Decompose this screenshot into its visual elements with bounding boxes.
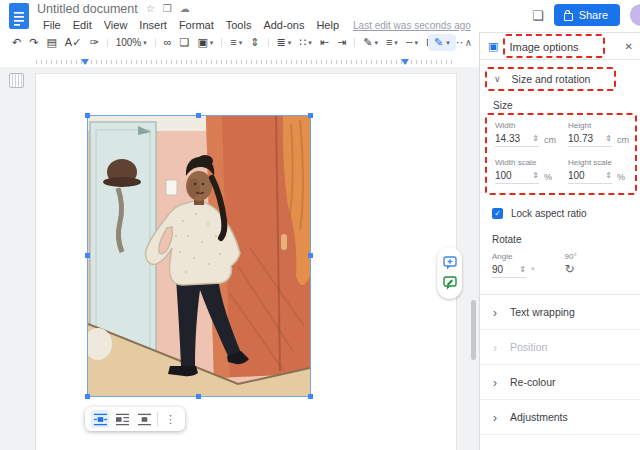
share-label: Share [579, 9, 608, 21]
editing-mode-button[interactable]: ✎ ▾ [428, 34, 456, 51]
stepper-icon[interactable]: ⇕ [605, 135, 612, 143]
section-size-and-rotation[interactable]: ∨ Size and rotation [485, 67, 616, 91]
selection-handle[interactable] [308, 394, 313, 399]
size-rotation-label: Size and rotation [512, 73, 591, 85]
width-scale-input[interactable]: 100 ⇕ [495, 170, 539, 184]
ruler[interactable] [0, 53, 478, 67]
insert-image-icon[interactable]: ▣ [193, 37, 217, 48]
selection-handle[interactable] [308, 113, 313, 118]
height-scale-input[interactable]: 100 ⇕ [568, 170, 612, 184]
indent-marker-right[interactable] [401, 59, 409, 65]
paint-format-icon[interactable]: ✑ [85, 37, 102, 48]
annotation-box-title: Image options [503, 34, 604, 58]
menu-add-ons[interactable]: Add-ons [257, 19, 310, 31]
comment-history-icon[interactable]: ❏ [532, 8, 544, 23]
border-dash-icon[interactable]: ┄ [402, 37, 422, 48]
height-input[interactable]: 10.73 ⇕ [568, 133, 612, 147]
lock-aspect-checkbox[interactable]: ✓ [492, 208, 503, 219]
line-spacing-icon[interactable]: ⇕ [246, 37, 263, 48]
chevron-right-icon [493, 373, 497, 391]
wrap-text-button[interactable] [113, 410, 131, 428]
numbered-list-icon[interactable]: ≣ [273, 37, 296, 48]
image-more-options-button[interactable]: ⋮ [162, 413, 179, 426]
lock-aspect-ratio-row[interactable]: ✓ Lock aspect ratio [492, 208, 629, 219]
document-status-icon[interactable]: ☁ [180, 4, 190, 14]
height-field: Height 10.73 ⇕ cm [568, 121, 631, 147]
undo-icon[interactable]: ↶ [8, 37, 25, 48]
star-icon[interactable]: ☆ [146, 4, 155, 14]
chevron-down-icon: ▾ [446, 39, 450, 47]
toolbar: ↶↷▤A✓✑100%∞❏▣≡⇕≣∷⇤⇥✎≡┄⊞⋯ ✎ ▾ ∧ [0, 32, 478, 53]
chevron-right-icon [493, 303, 497, 321]
section-text-wrapping[interactable]: Text wrapping [480, 295, 640, 330]
last-edit-link[interactable]: Last edit was seconds ago [353, 20, 471, 31]
avatar[interactable] [630, 4, 640, 26]
bulleted-list-icon[interactable]: ∷ [295, 37, 316, 48]
insert-link-icon[interactable]: ∞ [160, 37, 176, 48]
section-re-colour[interactable]: Re-colour [480, 365, 640, 400]
border-weight-icon[interactable]: ≡ [382, 37, 402, 48]
break-text-button[interactable] [135, 410, 153, 428]
google-docs-logo[interactable] [9, 3, 29, 29]
selection-handle[interactable] [85, 113, 90, 118]
inline-image-button[interactable] [91, 410, 109, 428]
selection-handle[interactable] [308, 253, 313, 258]
section-position[interactable]: Position [480, 330, 640, 365]
google-docs-window: Untitled document ☆ ❐ ☁ FileEditViewInse… [0, 0, 640, 450]
break-text-icon [138, 413, 151, 426]
rotate-90-icon[interactable]: ↻ [565, 263, 575, 275]
lock-icon [564, 13, 573, 21]
zoom-select[interactable]: 100% [112, 38, 151, 48]
print-icon[interactable]: ▤ [42, 37, 60, 48]
selection-handle[interactable] [85, 253, 90, 258]
width-scale-field: Width scale 100 ⇕ % [495, 158, 558, 184]
editing-pen-icon: ✎ [434, 37, 443, 48]
menu-file[interactable]: File [37, 19, 67, 31]
document-title[interactable]: Untitled document [37, 2, 138, 16]
menu-format[interactable]: Format [173, 19, 220, 31]
image-position-toolbar: ⋮ [85, 407, 185, 431]
size-label: Size [493, 100, 640, 111]
share-button[interactable]: Share [554, 4, 620, 26]
close-icon[interactable]: ✕ [625, 41, 633, 52]
selection-handle[interactable] [196, 394, 201, 399]
border-color-icon[interactable]: ✎ [359, 37, 382, 48]
selection-handle[interactable] [196, 113, 201, 118]
stepper-icon[interactable]: ⇕ [519, 266, 526, 274]
menu-edit[interactable]: Edit [67, 19, 98, 31]
document-page[interactable]: ⋮ [35, 73, 457, 450]
stepper-icon[interactable]: ⇕ [532, 135, 539, 143]
document-outline-icon[interactable] [9, 73, 24, 88]
menu-help[interactable]: Help [310, 19, 345, 31]
selection-handle[interactable] [85, 394, 90, 399]
redo-icon[interactable]: ↷ [25, 37, 42, 48]
menu-view[interactable]: View [98, 19, 134, 31]
add-comment-icon[interactable]: ❏ [176, 37, 194, 48]
section-adjustments[interactable]: Adjustments [480, 400, 640, 435]
add-comment-icon[interactable] [443, 256, 457, 270]
image-options-panel: ▣ Image options ✕ ∨ Size and rotation Si… [479, 32, 640, 450]
scrollbar-thumb[interactable] [471, 300, 476, 360]
move-folder-icon[interactable]: ❐ [163, 4, 172, 14]
ruler-ticks [36, 60, 454, 64]
stepper-icon[interactable]: ⇕ [532, 172, 539, 180]
increase-indent-icon[interactable]: ⇥ [333, 37, 350, 48]
stepper-icon[interactable]: ⇕ [605, 172, 612, 180]
selected-image[interactable] [88, 116, 310, 396]
chevron-right-icon [493, 338, 497, 356]
indent-marker-left[interactable] [81, 59, 89, 65]
angle-input[interactable]: 90 ⇕ [492, 264, 526, 278]
margin-actions [437, 247, 462, 299]
annotation-box-size-fields: Width 14.33 ⇕ cm Height 10.73 ⇕ [485, 113, 637, 195]
height-scale-field: Height scale 100 ⇕ % [568, 158, 631, 184]
spelling-check-icon[interactable]: A✓ [61, 37, 86, 48]
collapse-toolbar-button[interactable]: ∧ [465, 37, 472, 48]
check-icon: ✓ [494, 210, 501, 218]
menu-insert[interactable]: Insert [133, 19, 173, 31]
decrease-indent-icon[interactable]: ⇤ [316, 37, 333, 48]
width-input[interactable]: 14.33 ⇕ [495, 133, 539, 147]
wrap-text-icon [116, 413, 129, 426]
suggest-edits-icon[interactable] [443, 276, 457, 290]
menu-tools[interactable]: Tools [220, 19, 258, 31]
align-icon[interactable]: ≡ [226, 37, 246, 48]
